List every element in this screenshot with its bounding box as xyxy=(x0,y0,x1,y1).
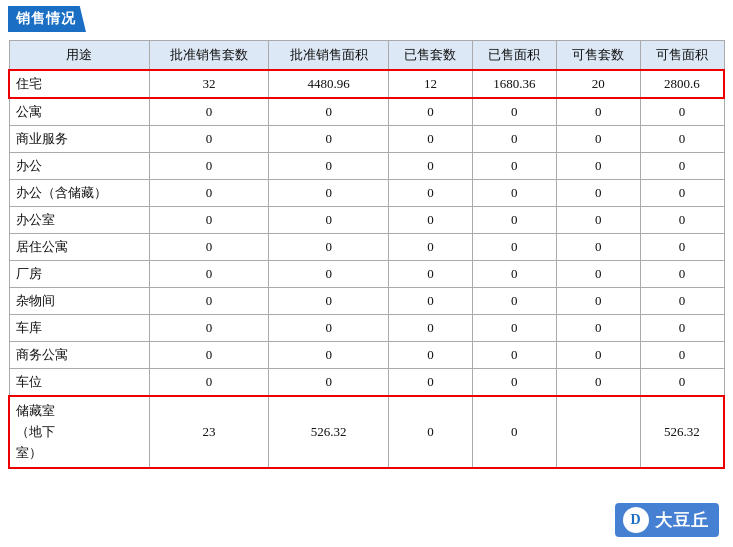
watermark-icon: D xyxy=(623,507,649,533)
cell-value: 0 xyxy=(269,126,389,153)
cell-value: 0 xyxy=(149,342,269,369)
cell-value: 32 xyxy=(149,70,269,98)
cell-value: 0 xyxy=(149,261,269,288)
table-row: 车库000000 xyxy=(9,315,724,342)
cell-value: 0 xyxy=(556,207,640,234)
col-header-5: 可售套数 xyxy=(556,41,640,71)
watermark: D 大豆丘 xyxy=(615,503,719,537)
watermark-text: 大豆丘 xyxy=(655,509,709,532)
cell-value: 0 xyxy=(472,98,556,126)
cell-value: 0 xyxy=(640,342,724,369)
cell-storage-value: 526.32 xyxy=(640,396,724,468)
cell-value: 0 xyxy=(472,369,556,397)
cell-name: 杂物间 xyxy=(9,288,149,315)
cell-name: 车位 xyxy=(9,369,149,397)
cell-value: 0 xyxy=(472,234,556,261)
cell-name: 办公 xyxy=(9,153,149,180)
cell-value: 0 xyxy=(640,207,724,234)
cell-value: 0 xyxy=(640,126,724,153)
cell-value: 0 xyxy=(149,315,269,342)
col-header-4: 已售面积 xyxy=(472,41,556,71)
cell-value: 0 xyxy=(269,342,389,369)
cell-value: 0 xyxy=(269,315,389,342)
cell-value: 0 xyxy=(269,207,389,234)
cell-value: 0 xyxy=(389,153,473,180)
cell-value: 0 xyxy=(640,98,724,126)
cell-value: 0 xyxy=(269,288,389,315)
page-wrapper: 销售情况 用途 批准销售套数 批准销售面积 已售套数 已售面积 可售套数 可售面… xyxy=(0,0,733,547)
cell-storage-name: 储藏室（地下室） xyxy=(9,396,149,468)
cell-value: 0 xyxy=(389,369,473,397)
cell-value: 0 xyxy=(269,180,389,207)
cell-value: 4480.96 xyxy=(269,70,389,98)
cell-value: 0 xyxy=(640,153,724,180)
cell-value: 0 xyxy=(472,207,556,234)
col-header-1: 批准销售套数 xyxy=(149,41,269,71)
table-row: 商业服务000000 xyxy=(9,126,724,153)
cell-name: 厂房 xyxy=(9,261,149,288)
cell-value: 0 xyxy=(389,288,473,315)
cell-value: 0 xyxy=(472,288,556,315)
cell-value: 0 xyxy=(556,288,640,315)
cell-value: 0 xyxy=(640,261,724,288)
cell-value: 0 xyxy=(640,315,724,342)
cell-name: 居住公寓 xyxy=(9,234,149,261)
cell-value: 0 xyxy=(472,342,556,369)
cell-value: 0 xyxy=(556,342,640,369)
cell-name: 住宅 xyxy=(9,70,149,98)
cell-name: 车库 xyxy=(9,315,149,342)
cell-value: 0 xyxy=(149,153,269,180)
table-row: 办公000000 xyxy=(9,153,724,180)
cell-name: 商业服务 xyxy=(9,126,149,153)
cell-value: 0 xyxy=(149,207,269,234)
cell-value: 0 xyxy=(389,261,473,288)
table-header-row: 用途 批准销售套数 批准销售面积 已售套数 已售面积 可售套数 可售面积 xyxy=(9,41,724,71)
cell-value: 0 xyxy=(640,180,724,207)
cell-storage-value: 23 xyxy=(149,396,269,468)
cell-value: 0 xyxy=(389,98,473,126)
table-row: 厂房000000 xyxy=(9,261,724,288)
cell-value: 0 xyxy=(472,315,556,342)
cell-value: 0 xyxy=(389,126,473,153)
cell-value: 0 xyxy=(149,126,269,153)
cell-value: 0 xyxy=(269,153,389,180)
cell-value: 0 xyxy=(640,234,724,261)
cell-name: 办公（含储藏） xyxy=(9,180,149,207)
cell-storage-value: 526.32 xyxy=(269,396,389,468)
sales-table: 用途 批准销售套数 批准销售面积 已售套数 已售面积 可售套数 可售面积 住宅3… xyxy=(8,40,725,469)
table-row: 公寓000000 xyxy=(9,98,724,126)
cell-value: 0 xyxy=(269,234,389,261)
cell-storage-value: 0 xyxy=(389,396,473,468)
col-header-3: 已售套数 xyxy=(389,41,473,71)
cell-value: 0 xyxy=(640,288,724,315)
table-row: 住宅324480.96121680.36202800.6 xyxy=(9,70,724,98)
cell-value: 0 xyxy=(149,98,269,126)
cell-value: 0 xyxy=(389,234,473,261)
col-header-6: 可售面积 xyxy=(640,41,724,71)
cell-value: 0 xyxy=(149,234,269,261)
cell-name: 办公室 xyxy=(9,207,149,234)
table-row: 商务公寓000000 xyxy=(9,342,724,369)
cell-value: 0 xyxy=(389,342,473,369)
cell-name: 商务公寓 xyxy=(9,342,149,369)
col-header-0: 用途 xyxy=(9,41,149,71)
cell-value: 0 xyxy=(389,180,473,207)
section-title: 销售情况 xyxy=(8,6,86,32)
col-header-2: 批准销售面积 xyxy=(269,41,389,71)
table-row: 杂物间000000 xyxy=(9,288,724,315)
cell-value: 1680.36 xyxy=(472,70,556,98)
cell-value: 0 xyxy=(472,126,556,153)
cell-value: 0 xyxy=(269,369,389,397)
title-bar: 销售情况 xyxy=(0,0,733,36)
cell-value: 0 xyxy=(556,126,640,153)
cell-storage-value: 0 xyxy=(472,396,556,468)
cell-name: 公寓 xyxy=(9,98,149,126)
cell-value: 0 xyxy=(389,207,473,234)
cell-value: 0 xyxy=(556,315,640,342)
cell-value: 0 xyxy=(472,261,556,288)
table-row-storage: 储藏室（地下室）23526.3200526.32 xyxy=(9,396,724,468)
table-row: 办公（含储藏）000000 xyxy=(9,180,724,207)
cell-value: 0 xyxy=(149,180,269,207)
table-row: 居住公寓000000 xyxy=(9,234,724,261)
cell-value: 0 xyxy=(556,261,640,288)
